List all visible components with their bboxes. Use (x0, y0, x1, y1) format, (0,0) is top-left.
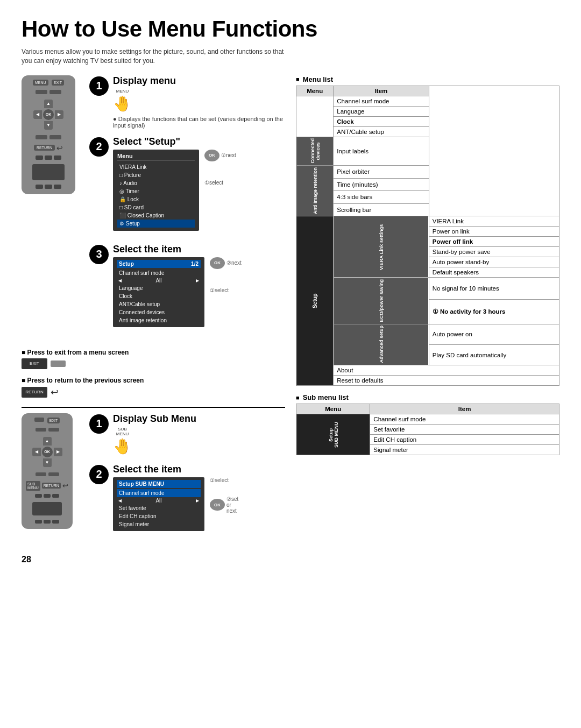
sub-item-channel-surf: Channel surf mode (370, 414, 559, 425)
item-power-off-link: Power off link (429, 237, 559, 247)
table-row: Connecteddevices Input labels (296, 137, 559, 166)
side-notes: ■ Press to exit from a menu screen EXIT … (22, 349, 285, 398)
sub-col-item: Item (370, 404, 559, 414)
step-3-circle: 3 (89, 245, 109, 264)
hand-icon-1: 🤚 (113, 95, 132, 112)
step-3-section: 3 Select the item Setup1/2 Channel surf … (89, 244, 285, 333)
step-1-title: Display menu (113, 75, 285, 87)
step-2-section: 2 Select "Setup" Menu VIERA Link □ Pictu… (89, 136, 285, 236)
item-about: About (334, 365, 559, 376)
item-play-sd: Play SD card automatically (429, 344, 559, 365)
menu-button-label: MENU (33, 80, 48, 86)
exit-note: ■ Press to exit from a menu screen EXIT (22, 349, 285, 369)
sub-step-1-title: Display Sub Menu (113, 413, 285, 425)
intro-text: Various menus allow you to make settings… (22, 47, 290, 66)
right-col: Menu list Menu Item Channel surf mode La… (296, 75, 559, 564)
col-item: Item (334, 86, 429, 96)
sub-select-label: ①select (210, 477, 229, 483)
menu-list-table: Menu Item Channel surf mode Language Clo… (296, 86, 559, 386)
item-pixel-orbiter: Pixel orbiter (334, 166, 429, 179)
item-standby-power: Stand-by power save (429, 247, 559, 257)
step-1-section: 1 Display menu MENU 🤚 Displays the funct… (89, 75, 285, 129)
sub-item-edit-ch: Edit CH caption (370, 435, 559, 445)
menu-screenshot: Menu VIERA Link □ Picture ♪ Audio ◎ Time… (113, 150, 199, 231)
sub-menu-screenshot: Setup SUB MENU Channel surf mode ◀ All ▶… (113, 477, 204, 531)
sub-menu-list-header: Sub menu list (296, 393, 559, 401)
dpad-lower: ▲ ▼ ◀ ▶ OK (32, 437, 62, 467)
step-2-circle: 2 (89, 137, 109, 157)
setup-screenshot: Setup1/2 Channel surf mode ◀ All ▶ Langu… (113, 257, 204, 327)
sub-menu-list-table: Menu Item SetupSUB MENU Channel surf mod… (296, 404, 559, 455)
item-viera-link: VIERA Link (429, 216, 559, 227)
item-time-minutes: Time (minutes) (334, 178, 429, 191)
table-row: ANT/Cable setup (296, 126, 559, 137)
sub-set-label: ②setornext (226, 496, 238, 514)
item-auto-power-on: Auto power on (429, 324, 559, 344)
sub-step-2: 2 Select the item Setup SUB MENU Channel… (89, 464, 285, 536)
sub-step-1: 1 Display Sub Menu SUBMENU 🤚 (89, 413, 285, 456)
dpad: ▲ ▼ ◀ ▶ OK (33, 100, 63, 130)
item-language: Language (334, 106, 429, 116)
table-row: Advanced setup Auto power on (296, 324, 559, 344)
table-row: Language (296, 106, 559, 116)
sub-step-2-title: Select the item (113, 464, 285, 475)
item-ant-cable: ANT/Cable setup (334, 126, 429, 137)
step-1-circle: 1 (89, 76, 109, 96)
table-row: ECO/power saving No signal for 10 minute… (296, 278, 559, 300)
table-row: Reset to defaults (296, 376, 559, 386)
table-row: SetupSUB MENU Channel surf mode (296, 414, 559, 425)
lower-section: EXIT ▲ ▼ ◀ ▶ OK (22, 407, 285, 544)
sub-col-menu: Menu (296, 404, 370, 414)
item-no-signal: No signal for 10 minutes (429, 278, 559, 300)
item-default-speakers: Default speakers (429, 267, 559, 278)
return-arrow-icon: ↩ (51, 386, 59, 398)
page-title: How to Use Menu Functions (22, 16, 559, 42)
sub-item-set-favorite: Set favorite (370, 425, 559, 435)
sub-step-1-circle: 1 (89, 414, 109, 434)
return-note: ■ Press to return to the previous screen… (22, 377, 285, 398)
select-label: ①select (204, 180, 223, 186)
sub-menu-button-label: SUBMENU (116, 427, 129, 436)
menu-button-label: MENU (116, 89, 129, 94)
exit-icon: EXIT (22, 358, 47, 369)
exit-button-label: EXIT (52, 80, 65, 86)
item-43-side-bars: 4:3 side bars (334, 191, 429, 204)
table-row: 4:3 side bars (296, 191, 559, 204)
hand-icon-2: 🤚 (113, 437, 132, 455)
step3-next-label: ②next (226, 260, 242, 266)
table-row: Scrolling bar (296, 203, 559, 216)
table-row: Time (minutes) (296, 178, 559, 191)
item-scrolling-bar: Scrolling bar (334, 203, 429, 216)
next-label: ②next (221, 152, 236, 158)
sub-step-2-circle: 2 (89, 465, 109, 484)
item-reset: Reset to defaults (334, 376, 559, 386)
item-auto-power: Auto power stand-by (429, 257, 559, 267)
return-area: RETURN ↩ (34, 144, 63, 152)
step-3-title: Select the item (113, 244, 285, 255)
table-row: About (296, 365, 559, 376)
item-channel-surf: Channel surf mode (334, 96, 429, 106)
page-number: 28 (22, 555, 285, 564)
exit-note-title: Press to exit from a menu screen (27, 349, 129, 356)
sub-menu-list-section: Sub menu list Menu Item SetupSUB MENU Ch… (296, 393, 559, 455)
table-row: Channel surf mode (296, 96, 559, 106)
remote-illustration-top: MENU EXIT ▲ ▼ ◀ ▶ OK (22, 75, 81, 340)
return-note-title: Press to return to the previous screen (27, 377, 144, 384)
sub-item-signal-meter: Signal meter (370, 445, 559, 455)
step-2-title: Select "Setup" (113, 136, 285, 147)
table-row: Clock (296, 116, 559, 126)
item-input-labels: Input labels (334, 137, 429, 166)
step-1-bullet: Displays the functions that can be set (… (113, 116, 285, 129)
menu-list-header: Menu list (296, 75, 559, 83)
table-row: Setup VIERA Link settings VIERA Link (296, 216, 559, 227)
table-row: Anti Image retention Pixel orbiter (296, 166, 559, 179)
item-clock: Clock (334, 116, 429, 126)
step3-select-label: ①select (210, 287, 229, 293)
remote-illustration-bottom: EXIT ▲ ▼ ◀ ▶ OK (22, 413, 81, 544)
col-menu: Menu (296, 86, 334, 96)
item-power-on-link: Power on link (429, 227, 559, 237)
item-no-activity: ① No activity for 3 hours (429, 300, 559, 324)
return-icon: RETURN (22, 387, 47, 398)
